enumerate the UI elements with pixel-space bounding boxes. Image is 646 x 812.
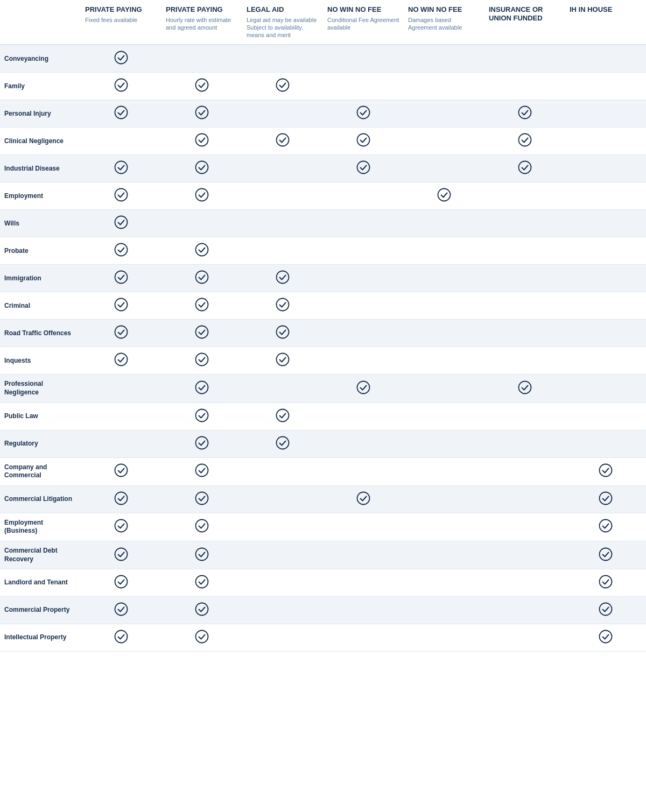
col-header-row-label: [0, 0, 81, 45]
check-cell: [81, 292, 162, 320]
check-cell: [404, 569, 484, 597]
col-header-insurance: INSURANCE OR UNION FUNDED: [484, 0, 565, 45]
col-header-no-win-dba: NO WIN NO FEEDamages based Agreement ava…: [404, 0, 484, 45]
check-cell: [81, 513, 162, 541]
row-label: Industrial Disease: [0, 155, 81, 182]
table-row: Family: [0, 73, 646, 100]
check-icon: [114, 325, 128, 339]
check-cell: [404, 513, 484, 541]
check-cell: [323, 347, 404, 375]
check-cell: [323, 155, 404, 182]
check-cell: [565, 375, 646, 403]
svg-point-41: [115, 464, 128, 477]
check-icon: [195, 436, 209, 450]
svg-point-8: [196, 134, 208, 146]
table-row: Criminal: [0, 292, 646, 320]
check-icon: [356, 380, 370, 394]
row-label: Commercial Litigation: [0, 485, 81, 513]
check-cell: [404, 237, 484, 265]
svg-point-17: [196, 189, 208, 201]
check-icon: [276, 325, 290, 339]
check-icon: [195, 105, 209, 119]
check-cell: [81, 457, 162, 485]
check-cell: [484, 100, 565, 128]
check-icon: [599, 519, 613, 533]
svg-point-12: [115, 161, 128, 174]
check-cell: [242, 624, 323, 652]
svg-point-52: [196, 548, 208, 560]
check-cell: [484, 265, 565, 292]
check-cell: [242, 45, 323, 73]
check-icon: [114, 215, 128, 229]
col-title-no-win-dba: NO WIN NO FEE: [408, 5, 480, 14]
check-cell: [162, 45, 242, 73]
check-cell: [81, 485, 162, 513]
col-subtitle-no-win-dba: Damages based Agreement available: [408, 16, 480, 32]
check-icon: [276, 436, 290, 450]
check-cell: [484, 513, 565, 541]
table-row: Public Law: [0, 403, 646, 430]
check-icon: [114, 352, 128, 366]
svg-point-7: [519, 107, 531, 119]
check-icon: [599, 602, 613, 616]
check-cell: [242, 375, 323, 403]
check-cell: [162, 375, 242, 403]
svg-point-31: [115, 354, 128, 366]
check-icon: [599, 463, 613, 477]
check-cell: [484, 403, 565, 430]
check-cell: [484, 210, 565, 237]
check-cell: [162, 485, 242, 513]
check-cell: [565, 265, 646, 292]
check-cell: [565, 45, 646, 73]
row-label: Commercial Property: [0, 597, 81, 624]
check-cell: [404, 320, 484, 347]
check-icon: [114, 602, 128, 616]
check-cell: [81, 100, 162, 128]
svg-point-47: [600, 492, 612, 504]
check-cell: [81, 320, 162, 347]
check-icon: [195, 188, 209, 202]
check-icon: [518, 160, 532, 174]
check-cell: [323, 237, 404, 265]
row-label: Family: [0, 73, 81, 100]
check-cell: [323, 513, 404, 541]
check-cell: [565, 182, 646, 210]
check-cell: [565, 210, 646, 237]
check-cell: [323, 100, 404, 128]
check-icon: [195, 380, 209, 394]
check-cell: [162, 457, 242, 485]
check-cell: [565, 73, 646, 100]
svg-point-36: [519, 382, 531, 394]
svg-point-29: [196, 326, 208, 338]
svg-point-59: [600, 603, 612, 616]
col-title-no-win-cfa: NO WIN NO FEE: [327, 5, 399, 14]
pricing-table: PRIVATE PAYINGFixed fees availablePRIVAT…: [0, 0, 646, 652]
check-cell: [162, 597, 242, 624]
svg-point-33: [277, 354, 289, 366]
svg-point-30: [277, 326, 289, 338]
check-cell: [565, 430, 646, 457]
check-cell: [162, 513, 242, 541]
col-subtitle-legal-aid: Legal aid may be available Subject to av…: [247, 16, 319, 39]
check-icon: [276, 78, 290, 92]
check-cell: [565, 485, 646, 513]
svg-point-57: [115, 603, 128, 616]
check-cell: [404, 73, 484, 100]
svg-point-10: [357, 134, 370, 146]
svg-point-44: [115, 492, 128, 504]
row-label: Personal Injury: [0, 100, 81, 128]
table-row: Employment (Business): [0, 513, 646, 541]
svg-point-6: [357, 107, 370, 119]
table-row: Probate: [0, 237, 646, 265]
check-cell: [242, 513, 323, 541]
col-subtitle-private-paying-1: Fixed fees available: [85, 16, 157, 24]
check-cell: [242, 100, 323, 128]
col-header-no-win-cfa: NO WIN NO FEEConditional Fee Agreement a…: [323, 0, 404, 45]
table-row: Regulatory: [0, 430, 646, 457]
table-row: Conveyancing: [0, 45, 646, 73]
table-row: Clinical Negligence: [0, 128, 646, 155]
svg-point-46: [357, 492, 370, 504]
check-cell: [565, 457, 646, 485]
svg-point-13: [196, 161, 208, 174]
table-row: Wills: [0, 210, 646, 237]
